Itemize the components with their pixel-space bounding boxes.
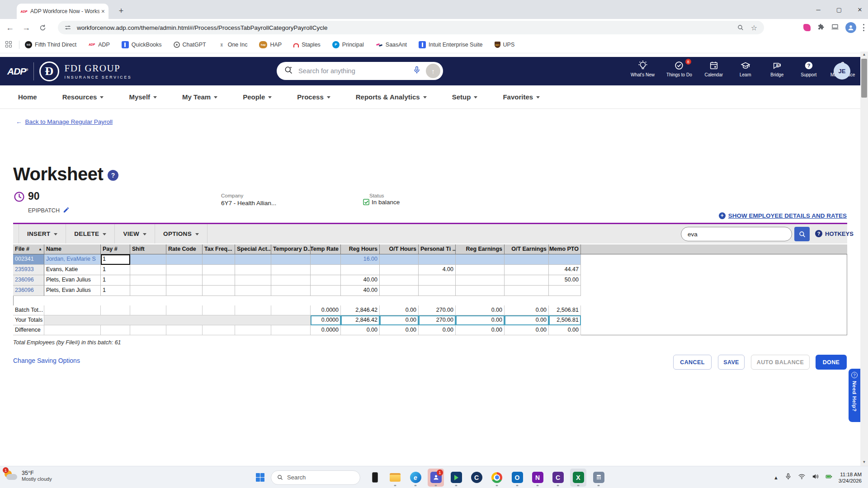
- window-close-icon[interactable]: ✕: [855, 6, 864, 13]
- grid-cell[interactable]: [549, 286, 581, 296]
- col-header-file[interactable]: File #▲: [13, 244, 44, 254]
- grid-cell[interactable]: [166, 254, 203, 265]
- grid-cell[interactable]: Plets, Evan Julius: [44, 275, 101, 286]
- purple-app-taskbar-icon[interactable]: C: [550, 469, 566, 487]
- grid-cell[interactable]: 236096: [13, 286, 44, 296]
- tab-close-icon[interactable]: ×: [101, 8, 105, 15]
- grid-cell[interactable]: 1: [101, 254, 130, 265]
- grid-cell[interactable]: [203, 254, 235, 265]
- browser-tab[interactable]: ADP ADP Workforce Now - Workshe ×: [17, 4, 108, 19]
- grid-cell[interactable]: [505, 265, 549, 275]
- delete-menu-button[interactable]: DELETE: [66, 224, 115, 244]
- need-help-tab[interactable]: ? Need Help?: [849, 369, 860, 422]
- weather-widget[interactable]: 1 35°F Mostly cloudy: [4, 469, 52, 483]
- grid-cell[interactable]: [203, 265, 235, 275]
- col-header-reg-earnings[interactable]: Reg Earnings: [456, 244, 505, 254]
- grid-cell[interactable]: 236096: [13, 275, 44, 286]
- grid-cell[interactable]: [203, 275, 235, 286]
- nav-item-reports-analytics[interactable]: Reports & Analytics: [356, 93, 427, 101]
- grid-cell[interactable]: [419, 254, 456, 265]
- nav-item-myself[interactable]: Myself: [129, 93, 157, 101]
- global-search[interactable]: Search for anything ↑: [277, 62, 443, 80]
- grid-cell[interactable]: [505, 286, 549, 296]
- phone-link-taskbar-icon[interactable]: [367, 469, 383, 487]
- grid-cell[interactable]: [166, 265, 203, 275]
- bookmark-quickbooks[interactable]: QuickBooks: [122, 41, 162, 48]
- start-button-icon[interactable]: [256, 473, 264, 482]
- grid-cell[interactable]: [311, 286, 341, 296]
- nav-item-my-team[interactable]: My Team: [182, 93, 217, 101]
- insert-menu-button[interactable]: INSERT: [19, 224, 66, 244]
- support-button[interactable]: ?Support: [799, 61, 819, 77]
- grid-cell[interactable]: [203, 286, 235, 296]
- bookmark-hap[interactable]: hapHAP: [259, 41, 282, 48]
- bridge-button[interactable]: BBridge: [767, 61, 787, 77]
- col-header-shift[interactable]: Shift: [130, 244, 166, 254]
- col-header-o-t-hours[interactable]: O/T Hours: [380, 244, 419, 254]
- grid-cell[interactable]: [505, 254, 549, 265]
- col-header-name[interactable]: Name: [44, 244, 101, 254]
- col-header-temp-rate[interactable]: Temp Rate: [311, 244, 341, 254]
- site-settings-icon[interactable]: [63, 23, 72, 32]
- grid-cell[interactable]: [271, 254, 311, 265]
- grid-cell[interactable]: [235, 275, 271, 286]
- media-player-taskbar-icon[interactable]: [448, 469, 464, 487]
- grid-cell[interactable]: [311, 265, 341, 275]
- c-app-taskbar-icon[interactable]: C: [468, 469, 485, 487]
- url-bar[interactable]: workforcenow.adp.com/theme/admin.html#/P…: [58, 21, 764, 34]
- grid-cell[interactable]: [380, 275, 419, 286]
- hotkeys-link[interactable]: ? HOTKEYS: [815, 230, 854, 237]
- teams-taskbar-icon[interactable]: 1: [428, 469, 444, 487]
- scroll-down-icon[interactable]: ▼: [860, 460, 868, 464]
- table-row[interactable]: 235933Evans, Katie14.0044.47: [13, 265, 847, 275]
- nav-item-setup[interactable]: Setup: [452, 93, 478, 101]
- grid-cell[interactable]: [341, 265, 380, 275]
- grid-cell[interactable]: Evans, Katie: [44, 265, 101, 275]
- whats-new-button[interactable]: What's New: [631, 61, 655, 77]
- table-row[interactable]: 236096Plets, Evan Julius140.0050.00: [13, 275, 847, 286]
- grid-cell[interactable]: [271, 275, 311, 286]
- back-to-payroll-link[interactable]: ← Back to Manage Regular Payroll: [16, 118, 113, 125]
- nav-item-people[interactable]: People: [243, 93, 272, 101]
- window-maximize-icon[interactable]: ▢: [835, 6, 844, 13]
- things-to-do-button[interactable]: 8Things to Do: [666, 61, 692, 77]
- grid-cell[interactable]: Jordan, EvaMarie S: [44, 254, 101, 265]
- learn-button[interactable]: Learn: [736, 61, 755, 77]
- onenote-taskbar-icon[interactable]: N: [529, 469, 546, 487]
- grid-cell[interactable]: [505, 275, 549, 286]
- col-header-tax-freq[interactable]: Tax Freq...: [203, 244, 235, 254]
- tray-volume-icon[interactable]: [811, 473, 819, 482]
- outlook-taskbar-icon[interactable]: O: [509, 469, 525, 487]
- grid-cell[interactable]: [166, 275, 203, 286]
- cancel-button[interactable]: CANCEL: [673, 355, 712, 370]
- grid-cell[interactable]: 40.00: [341, 286, 380, 296]
- grid-cell[interactable]: [235, 286, 271, 296]
- grid-cell[interactable]: [311, 254, 341, 265]
- col-header-rate-code[interactable]: Rate Code: [166, 244, 203, 254]
- grid-cell[interactable]: 235933: [13, 265, 44, 275]
- col-header-temporary-d[interactable]: Temporary D...: [271, 244, 311, 254]
- grid-cell[interactable]: [271, 286, 311, 296]
- bookmark-principal[interactable]: PPrincipal: [332, 41, 364, 48]
- grid-cell[interactable]: [235, 254, 271, 265]
- col-header-o-t-earnings[interactable]: O/T Earnings: [505, 244, 549, 254]
- change-saving-options-link[interactable]: Change Saving Options: [13, 357, 80, 364]
- calculator-taskbar-icon[interactable]: [590, 469, 607, 487]
- nav-item-resources[interactable]: Resources: [62, 93, 104, 101]
- grid-cell[interactable]: [130, 254, 166, 265]
- grid-cell[interactable]: 4.00: [419, 265, 456, 275]
- pink-extension-icon[interactable]: [803, 24, 811, 31]
- bookmark-ups[interactable]: upsUPS: [495, 42, 515, 48]
- grid-cell[interactable]: [456, 265, 505, 275]
- extensions-puzzle-icon[interactable]: [817, 23, 825, 33]
- col-header-special-act[interactable]: Special Act...: [235, 244, 271, 254]
- done-button[interactable]: DONE: [816, 355, 847, 370]
- nav-item-favorites[interactable]: Favorites: [503, 93, 540, 101]
- grid-cell[interactable]: 16.00: [341, 254, 380, 265]
- grid-cell[interactable]: [456, 254, 505, 265]
- grid-search-button[interactable]: [794, 227, 810, 241]
- taskbar-search[interactable]: Search: [271, 470, 360, 485]
- grid-search-input[interactable]: [681, 227, 792, 241]
- bookmark-chatgpt[interactable]: ChatGPT: [174, 42, 206, 48]
- show-employee-details-link[interactable]: + SHOW EMPLOYEE DETAILS AND RATES: [719, 212, 847, 219]
